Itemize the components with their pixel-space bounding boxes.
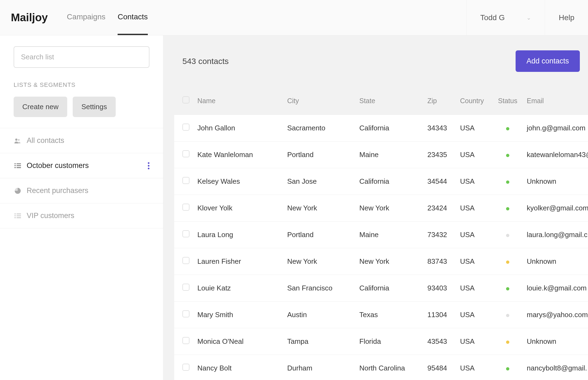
contacts-count: 543 contacts [182,57,229,66]
cell-email: john.g@gmail.com [523,115,588,142]
cell-country: USA [456,328,493,355]
logo: Mailjoy [11,11,48,24]
cell-city: Portland [283,222,355,248]
cell-email: kyolker@gmail.com [523,195,588,222]
svg-rect-3 [17,164,21,164]
cell-status [493,248,523,275]
cell-state: Florida [355,328,423,355]
column-header-email[interactable]: Email [523,87,588,115]
sidebar-list-label: Recent purchasers [27,186,88,195]
cell-state: Texas [355,302,423,328]
sidebar: LISTS & SEGMENTS Create new Settings All… [0,35,163,380]
cell-name: Kate Wanleloman [193,142,283,168]
cell-state: Maine [355,222,423,248]
cell-zip: 23435 [423,142,456,168]
cell-city: San Jose [283,168,355,195]
nav-contacts[interactable]: Contacts [118,0,148,35]
table-row[interactable]: Lauren FisherNew YorkNew York83743USAUnk… [174,248,588,275]
row-checkbox[interactable] [182,204,189,211]
search-list-input[interactable] [14,46,149,68]
status-dot-icon [506,207,509,210]
table-row[interactable]: Kate WanlelomanPortlandMaine23435USAkate… [174,142,588,168]
table-row[interactable]: Klover YolkNew YorkNew York23424USAkyolk… [174,195,588,222]
cell-country: USA [456,222,493,248]
column-header-city[interactable]: City [283,87,355,115]
table-row[interactable]: Kelsey WalesSan JoseCalifornia34544USAUn… [174,168,588,195]
cell-city: Sacramento [283,115,355,142]
table-row[interactable]: Monica O'NealTampaFlorida43543USAUnknown [174,328,588,355]
sidebar-list-item[interactable]: Recent purchasers [0,178,163,203]
cell-city: New York [283,248,355,275]
more-options-icon[interactable] [148,162,149,169]
cell-email: marys@yahoo.com [523,302,588,328]
cell-zip: 23424 [423,195,456,222]
cell-status [493,355,523,380]
sidebar-list-label: VIP customers [27,212,74,220]
create-new-button[interactable]: Create new [14,97,67,117]
cell-status [493,142,523,168]
select-all-checkbox[interactable] [182,96,189,103]
column-header-name[interactable]: Name [193,87,283,115]
settings-button[interactable]: Settings [73,97,116,117]
status-dot-icon [506,127,509,130]
svg-point-0 [15,139,17,141]
help-link[interactable]: Help [545,0,588,35]
svg-rect-6 [14,167,16,168]
column-header-zip[interactable]: Zip [423,87,456,115]
svg-rect-13 [17,217,21,218]
cell-name: Louie Katz [193,275,283,302]
status-dot-icon [506,341,509,344]
row-checkbox[interactable] [182,150,189,157]
cell-city: Durham [283,355,355,380]
status-dot-icon [506,180,509,184]
cell-zip: 43543 [423,328,456,355]
table-row[interactable]: Nancy BoltDurhamNorth Carolina95484USAna… [174,355,588,380]
cell-city: Portland [283,142,355,168]
contacts-table: Name City State Zip Country Status Email… [174,87,588,380]
row-checkbox[interactable] [182,284,189,291]
cell-state: California [355,275,423,302]
row-checkbox[interactable] [182,124,189,131]
cell-name: Klover Yolk [193,195,283,222]
sidebar-list-item[interactable]: VIP customers [0,203,163,228]
table-row[interactable]: Laura LongPortlandMaine73432USAlaura.lon… [174,222,588,248]
list-icon [14,213,22,219]
lists-section-label: LISTS & SEGMENTS [14,81,149,88]
sidebar-list-label: October customers [27,161,89,170]
row-checkbox[interactable] [182,257,189,264]
chevron-down-icon: ⌄ [526,14,531,21]
cell-country: USA [456,248,493,275]
row-checkbox[interactable] [182,364,189,371]
svg-rect-2 [14,164,16,164]
sidebar-list-item[interactable]: All contacts [0,128,163,153]
cell-name: John Gallon [193,115,283,142]
svg-rect-11 [17,216,21,216]
user-dropdown[interactable]: Todd G ⌄ [466,0,545,35]
row-checkbox[interactable] [182,310,189,317]
cell-state: California [355,168,423,195]
cell-zip: 83743 [423,248,456,275]
cell-country: USA [456,168,493,195]
row-checkbox[interactable] [182,177,189,184]
cell-state: Maine [355,142,423,168]
cell-zip: 93403 [423,275,456,302]
column-header-status[interactable]: Status [493,87,523,115]
row-checkbox[interactable] [182,337,189,344]
table-row[interactable]: Mary SmithAustinTexas11304USAmarys@yahoo… [174,302,588,328]
row-checkbox[interactable] [182,230,189,237]
cell-zip: 34544 [423,168,456,195]
nav-campaigns[interactable]: Campaigns [67,0,106,35]
table-row[interactable]: John GallonSacramentoCalifornia34343USAj… [174,115,588,142]
cell-city: New York [283,195,355,222]
cell-email: louie.k@gmail.com [523,275,588,302]
table-row[interactable]: Louie KatzSan FranciscoCalifornia93403US… [174,275,588,302]
column-header-state[interactable]: State [355,87,423,115]
column-header-country[interactable]: Country [456,87,493,115]
add-contacts-button[interactable]: Add contacts [516,50,580,72]
cell-email: Unknown [523,168,588,195]
cell-status [493,302,523,328]
sidebar-list-item[interactable]: October customers [0,153,163,178]
svg-rect-5 [17,166,21,166]
cell-name: Nancy Bolt [193,355,283,380]
status-dot-icon [506,261,509,264]
